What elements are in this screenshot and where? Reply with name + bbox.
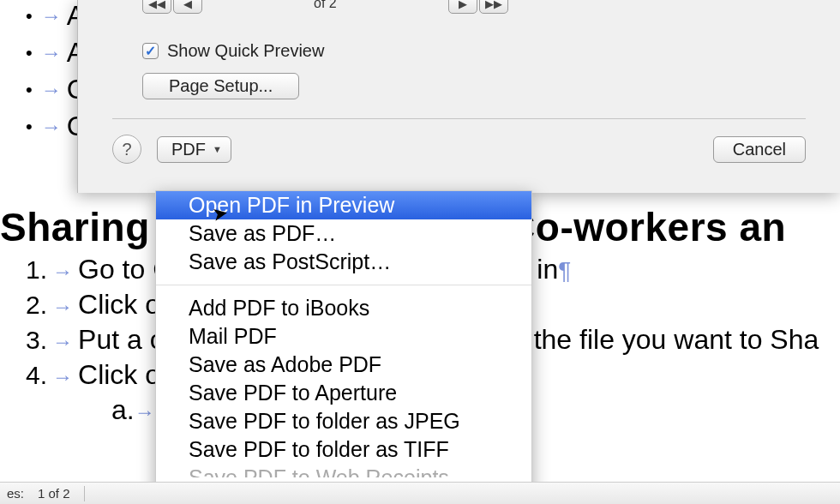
menu-item-save-adobe-pdf[interactable]: Save as Adobe PDF: [156, 351, 531, 379]
status-divider: [84, 486, 85, 501]
menu-item-add-to-ibooks[interactable]: Add PDF to iBooks: [156, 294, 531, 322]
show-preview-label: Show Quick Preview: [167, 41, 324, 61]
status-bar: es: 1 of 2: [0, 482, 840, 504]
print-dialog: ◀◀ ◀ of 2 ▶ ▶▶ ✓ Show Quick Preview Page…: [77, 0, 840, 193]
pdf-dropdown-menu: Open PDF in Preview Save as PDF… Save as…: [155, 190, 532, 499]
page-setup-button[interactable]: Page Setup...: [142, 73, 299, 99]
tab-arrow-icon: →: [41, 115, 62, 139]
last-page-button[interactable]: ▶▶: [479, 0, 508, 14]
menu-item-save-aperture[interactable]: Save PDF to Aperture: [156, 379, 531, 407]
page-indicator: of 2: [314, 0, 337, 11]
menu-item-save-as-pdf[interactable]: Save as PDF…: [156, 219, 531, 248]
status-label: es:: [7, 486, 24, 501]
show-preview-checkbox[interactable]: ✓: [142, 43, 159, 59]
status-page-count: 1 of 2: [38, 486, 70, 501]
prev-page-button[interactable]: ◀: [173, 0, 202, 14]
help-button[interactable]: ?: [112, 135, 141, 164]
menu-divider: [156, 285, 531, 285]
menu-item-save-jpeg[interactable]: Save PDF to folder as JPEG: [156, 407, 531, 435]
menu-item-partial[interactable]: Save PDF to Web Receipts Folder: [156, 464, 531, 477]
tab-arrow-icon: →: [41, 4, 62, 28]
first-page-button[interactable]: ◀◀: [142, 0, 171, 14]
chevron-down-icon: ▼: [213, 144, 222, 154]
pdf-dropdown-button[interactable]: PDF ▼: [157, 136, 231, 163]
next-page-button[interactable]: ▶: [448, 0, 477, 14]
menu-item-save-tiff[interactable]: Save PDF to folder as TIFF: [156, 435, 531, 464]
menu-item-mail-pdf[interactable]: Mail PDF: [156, 322, 531, 351]
cancel-button[interactable]: Cancel: [713, 136, 806, 163]
pilcrow-icon: ¶: [558, 257, 571, 285]
tab-arrow-icon: →: [41, 78, 62, 102]
tab-arrow-icon: →: [41, 41, 62, 65]
menu-item-save-as-postscript[interactable]: Save as PostScript…: [156, 248, 531, 276]
